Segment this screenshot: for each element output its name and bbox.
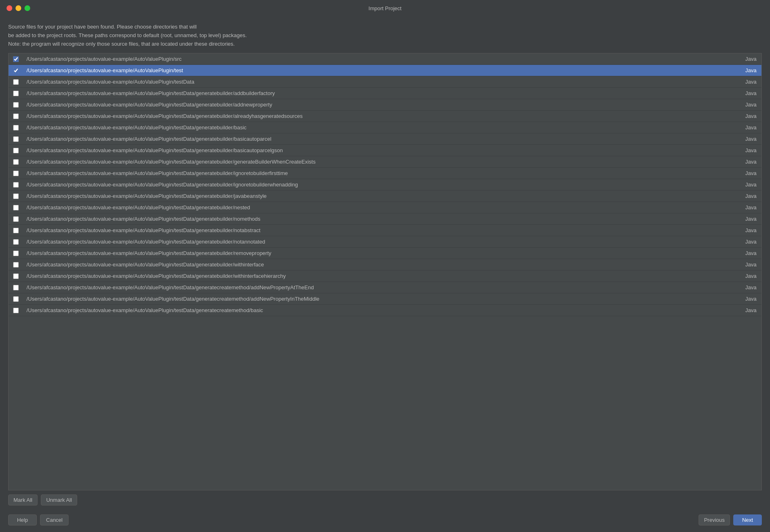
row-checkbox-cell [9, 157, 23, 166]
footer: Help Cancel Previous Next [8, 510, 762, 532]
row-checkbox[interactable] [13, 216, 19, 222]
mark-all-button[interactable]: Mark All [8, 494, 38, 505]
dialog-body: Source files for your project have been … [0, 16, 770, 532]
table-row[interactable]: /Users/afcastano/projects/autovalue-exam… [9, 202, 761, 213]
row-type: Java [737, 226, 761, 235]
row-checkbox-cell [9, 112, 23, 121]
row-path: /Users/afcastano/projects/autovalue-exam… [23, 66, 737, 75]
table-row[interactable]: /Users/afcastano/projects/autovalue-exam… [9, 225, 761, 236]
table-row[interactable]: /Users/afcastano/projects/autovalue-exam… [9, 213, 761, 225]
row-checkbox[interactable] [13, 102, 19, 108]
row-checkbox-cell [9, 283, 23, 292]
table-row[interactable]: /Users/afcastano/projects/autovalue-exam… [9, 65, 761, 76]
row-checkbox[interactable] [13, 228, 19, 233]
row-checkbox-cell [9, 203, 23, 212]
row-checkbox[interactable] [13, 159, 19, 165]
close-button[interactable] [7, 5, 12, 11]
row-checkbox[interactable] [13, 56, 19, 62]
row-checkbox[interactable] [13, 113, 19, 119]
table-row[interactable]: /Users/afcastano/projects/autovalue-exam… [9, 168, 761, 179]
directory-list[interactable]: /Users/afcastano/projects/autovalue-exam… [8, 53, 762, 490]
table-row[interactable]: /Users/afcastano/projects/autovalue-exam… [9, 111, 761, 122]
window-title: Import Project [369, 5, 402, 11]
row-checkbox[interactable] [13, 148, 19, 153]
row-path: /Users/afcastano/projects/autovalue-exam… [23, 168, 737, 178]
row-checkbox[interactable] [13, 182, 19, 188]
row-checkbox-cell [9, 237, 23, 246]
row-type: Java [737, 100, 761, 109]
row-checkbox[interactable] [13, 79, 19, 85]
row-type: Java [737, 283, 761, 292]
row-checkbox[interactable] [13, 68, 19, 73]
row-checkbox-cell [9, 260, 23, 269]
table-row[interactable]: /Users/afcastano/projects/autovalue-exam… [9, 282, 761, 293]
row-type: Java [737, 203, 761, 212]
row-checkbox-cell [9, 123, 23, 132]
table-row[interactable]: /Users/afcastano/projects/autovalue-exam… [9, 293, 761, 305]
row-checkbox-cell [9, 306, 23, 315]
row-checkbox-cell [9, 192, 23, 201]
row-checkbox[interactable] [13, 125, 19, 131]
table-row[interactable]: /Users/afcastano/projects/autovalue-exam… [9, 99, 761, 111]
next-button[interactable]: Next [733, 514, 762, 525]
table-row[interactable]: /Users/afcastano/projects/autovalue-exam… [9, 179, 761, 191]
mark-buttons-area: Mark All Unmark All [8, 490, 762, 510]
table-row[interactable]: /Users/afcastano/projects/autovalue-exam… [9, 236, 761, 248]
row-checkbox-cell [9, 78, 23, 86]
row-path: /Users/afcastano/projects/autovalue-exam… [23, 191, 737, 201]
table-row[interactable]: /Users/afcastano/projects/autovalue-exam… [9, 53, 761, 65]
table-row[interactable]: /Users/afcastano/projects/autovalue-exam… [9, 122, 761, 133]
row-type: Java [737, 146, 761, 155]
row-path: /Users/afcastano/projects/autovalue-exam… [23, 203, 737, 212]
row-checkbox[interactable] [13, 205, 19, 211]
row-path: /Users/afcastano/projects/autovalue-exam… [23, 271, 737, 281]
table-row[interactable]: /Users/afcastano/projects/autovalue-exam… [9, 270, 761, 282]
minimize-button[interactable] [16, 5, 21, 11]
row-checkbox-cell [9, 169, 23, 178]
row-checkbox[interactable] [13, 296, 19, 302]
row-path: /Users/afcastano/projects/autovalue-exam… [23, 89, 737, 98]
footer-right: Previous Next [699, 514, 762, 525]
row-path: /Users/afcastano/projects/autovalue-exam… [23, 77, 737, 86]
unmark-all-button[interactable]: Unmark All [41, 494, 77, 505]
table-row[interactable]: /Users/afcastano/projects/autovalue-exam… [9, 305, 761, 316]
table-row[interactable]: /Users/afcastano/projects/autovalue-exam… [9, 248, 761, 259]
table-row[interactable]: /Users/afcastano/projects/autovalue-exam… [9, 191, 761, 202]
row-type: Java [737, 248, 761, 258]
row-checkbox[interactable] [13, 193, 19, 199]
row-checkbox[interactable] [13, 136, 19, 142]
row-checkbox[interactable] [13, 285, 19, 290]
table-row[interactable]: /Users/afcastano/projects/autovalue-exam… [9, 156, 761, 168]
row-checkbox[interactable] [13, 262, 19, 268]
row-checkbox[interactable] [13, 308, 19, 313]
row-type: Java [737, 214, 761, 224]
row-checkbox-cell [9, 180, 23, 189]
table-row[interactable]: /Users/afcastano/projects/autovalue-exam… [9, 259, 761, 270]
row-path: /Users/afcastano/projects/autovalue-exam… [23, 157, 737, 166]
row-checkbox-cell [9, 215, 23, 224]
row-checkbox[interactable] [13, 250, 19, 256]
row-checkbox[interactable] [13, 239, 19, 245]
row-type: Java [737, 123, 761, 132]
table-row[interactable]: /Users/afcastano/projects/autovalue-exam… [9, 76, 761, 88]
row-checkbox[interactable] [13, 273, 19, 279]
row-type: Java [737, 237, 761, 246]
footer-left: Help Cancel [8, 514, 69, 525]
previous-button[interactable]: Previous [699, 514, 730, 525]
table-row[interactable]: /Users/afcastano/projects/autovalue-exam… [9, 88, 761, 99]
cancel-button[interactable]: Cancel [40, 514, 69, 525]
maximize-button[interactable] [24, 5, 30, 11]
row-type: Java [737, 168, 761, 178]
row-path: /Users/afcastano/projects/autovalue-exam… [23, 180, 737, 189]
help-button[interactable]: Help [8, 514, 37, 525]
table-row[interactable]: /Users/afcastano/projects/autovalue-exam… [9, 145, 761, 156]
window-controls[interactable] [7, 5, 30, 11]
row-checkbox[interactable] [13, 171, 19, 176]
row-path: /Users/afcastano/projects/autovalue-exam… [23, 226, 737, 235]
row-checkbox-cell [9, 135, 23, 144]
row-checkbox[interactable] [13, 91, 19, 96]
row-path: /Users/afcastano/projects/autovalue-exam… [23, 214, 737, 224]
table-row[interactable]: /Users/afcastano/projects/autovalue-exam… [9, 133, 761, 145]
row-type: Java [737, 111, 761, 121]
row-path: /Users/afcastano/projects/autovalue-exam… [23, 111, 737, 121]
